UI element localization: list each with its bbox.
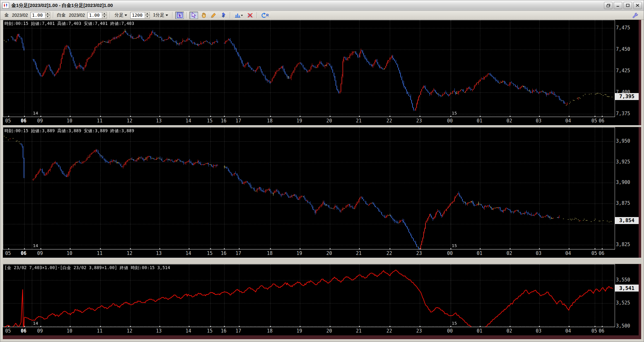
x-tick-label: 09 <box>37 251 43 256</box>
x-tick-label: 09 <box>37 118 43 124</box>
platinum-ratio-down-button[interactable] <box>102 15 107 19</box>
close-button[interactable] <box>633 2 642 9</box>
platinum-ratio-up-button[interactable] <box>102 12 107 15</box>
spread-y-axis: 3,541 3,5503,5253,500 <box>615 264 639 327</box>
platinum-ratio-spinner[interactable]: 1.00 <box>87 12 107 19</box>
x-tick-label: 03 <box>536 328 542 334</box>
bar-count-down-button[interactable] <box>145 15 150 19</box>
gold-ratio-up-button[interactable] <box>45 12 50 15</box>
spread-chart-canvas[interactable] <box>3 264 615 327</box>
pointer-tool-button[interactable] <box>190 12 198 19</box>
x-tick-label: 00 <box>447 251 453 256</box>
bar-chart-icon <box>235 12 243 18</box>
y-tick-label: 7,425 <box>616 68 630 74</box>
bar-count-up-button[interactable] <box>145 12 150 15</box>
spread-plot-area[interactable]: [金 23/02 7,403×1.00]-[白金 23/02 3,889×1.0… <box>3 264 615 327</box>
x-tick-label: 12 <box>127 251 132 256</box>
minimize-button[interactable] <box>614 2 622 9</box>
title-bar[interactable]: 金1分足[2023/02]1.00 - 白金1分足[2023/02]1.00 <box>0 0 644 11</box>
platinum-chart-panel: 時刻:00:15 始値:3,889 高値:3,889 安値:3,889 終値:3… <box>3 127 639 258</box>
x-tick-label: 20 <box>326 328 332 334</box>
app-window: 金1分足[2023/02]1.00 - 白金1分足[2023/02]1.00 金… <box>0 0 644 342</box>
x-tick-label: 06 <box>599 251 604 256</box>
hand-pan-tool-button[interactable] <box>199 12 208 19</box>
x-tick-label: 22 <box>386 118 392 124</box>
y-tick-label: 7,450 <box>616 46 630 52</box>
x-tick-label: 05 <box>591 328 597 334</box>
x-tick-label: 19 <box>296 328 302 334</box>
maximize-button[interactable] <box>624 2 632 9</box>
interval-dropdown[interactable]: 1分足 <box>152 12 169 19</box>
x-tick-label: 14 <box>185 328 191 334</box>
x-tick-label: 18 <box>267 118 272 124</box>
delete-chart-button[interactable] <box>246 12 254 19</box>
bar-count-spinner[interactable]: 1200 <box>130 12 150 19</box>
chevron-down-icon <box>125 15 127 16</box>
x-tick-label: 14 <box>185 251 191 256</box>
x-tick-label: 09 <box>37 328 43 334</box>
x-tick-label: 05 <box>5 251 11 256</box>
spread-chart-panel: [金 23/02 7,403×1.00]-[白金 23/02 3,889×1.0… <box>3 264 639 335</box>
gold-ratio-down-button[interactable] <box>45 15 50 19</box>
spread-x-axis: 0506091011121314151617181920212223000102… <box>3 327 615 335</box>
axis-corner <box>615 250 639 258</box>
x-tick-label: 18 <box>267 328 272 334</box>
x-tick-label: 20 <box>326 118 332 124</box>
x-tick-label: 14 <box>185 118 191 124</box>
x-tick-label: 13 <box>156 251 162 256</box>
platinum-ratio-value[interactable]: 1.00 <box>87 12 102 19</box>
down-arrow-icon <box>47 16 49 17</box>
cascade-window-button[interactable] <box>604 2 612 9</box>
x-tick-label: 06 <box>21 251 26 256</box>
x-tick-label: 16 <box>221 328 226 334</box>
pointer-icon <box>191 12 197 18</box>
x-tick-label: 10 <box>67 118 72 124</box>
x-tick-label: 17 <box>236 328 241 334</box>
x-tick-label: 12 <box>127 328 132 334</box>
platinum-plot-area[interactable]: 時刻:00:15 始値:3,889 高値:3,889 安値:3,889 終値:3… <box>3 127 615 250</box>
x-tick-label: 02 <box>506 118 512 124</box>
toolbar-separator <box>186 12 187 18</box>
x-tick-label: 03 <box>536 251 542 256</box>
x-tick-label: 10 <box>67 328 72 334</box>
platinum-symbol-label: 白金 <box>57 12 66 18</box>
y-tick-label: 3,925 <box>616 159 630 165</box>
gold-ratio-value[interactable]: 1.00 <box>31 12 45 19</box>
chart-style-button[interactable] <box>233 12 244 19</box>
up-arrow-icon <box>103 13 105 14</box>
x-tick-label: 21 <box>356 118 361 124</box>
bar-count-value[interactable]: 1200 <box>130 12 145 19</box>
gold-symbol-label: 金 <box>4 12 9 18</box>
pencil-tool-button[interactable] <box>209 12 218 19</box>
refresh-chart-button[interactable]: R <box>260 12 271 19</box>
gold-ohlc-info: 時刻:00:15 始値:7,401 高値:7,403 安値:7,401 終値:7… <box>4 21 134 27</box>
chart-cursor-tool-button[interactable] <box>175 12 184 19</box>
toolbar-separator <box>53 12 54 18</box>
x-tick-label: 19 <box>296 118 302 124</box>
toolbar: 金 2023/02 1.00 白金 2023/02 1.00 分足 1200 <box>0 11 644 20</box>
delete-chart-icon <box>247 12 253 18</box>
x-tick-label: 11 <box>97 251 102 256</box>
platinum-ohlc-info: 時刻:00:15 始値:3,889 高値:3,889 安値:3,889 終値:3… <box>4 128 134 134</box>
x-tick-label: 00 <box>447 328 453 334</box>
x-tick-label: 21 <box>356 251 361 256</box>
gold-ratio-spinner[interactable]: 1.00 <box>31 12 50 19</box>
marker-move-icon <box>220 12 226 18</box>
down-arrow-icon <box>146 16 148 17</box>
panel-splitter[interactable] <box>3 258 641 264</box>
app-candlestick-icon <box>2 2 9 9</box>
x-tick-label: 20 <box>326 251 332 256</box>
x-tick-label: 18 <box>267 251 272 256</box>
x-tick-label: 05 <box>591 118 597 124</box>
bar-type-dropdown[interactable]: 分足 <box>114 12 128 19</box>
x-tick-label: 15 <box>207 251 213 256</box>
y-tick-label: 3,525 <box>616 300 630 306</box>
settings-wrench-button[interactable] <box>631 12 639 19</box>
marker-move-tool-button[interactable] <box>219 12 227 19</box>
platinum-chart-canvas[interactable] <box>3 127 615 249</box>
gold-chart-canvas[interactable] <box>3 20 615 117</box>
x-tick-label: 12 <box>127 118 132 124</box>
toolbar-separator <box>172 12 173 18</box>
gold-y-axis: 7,395 7,4757,4507,4257,4007,375 <box>615 20 639 117</box>
gold-plot-area[interactable]: 時刻:00:15 始値:7,401 高値:7,403 安値:7,401 終値:7… <box>3 20 615 117</box>
